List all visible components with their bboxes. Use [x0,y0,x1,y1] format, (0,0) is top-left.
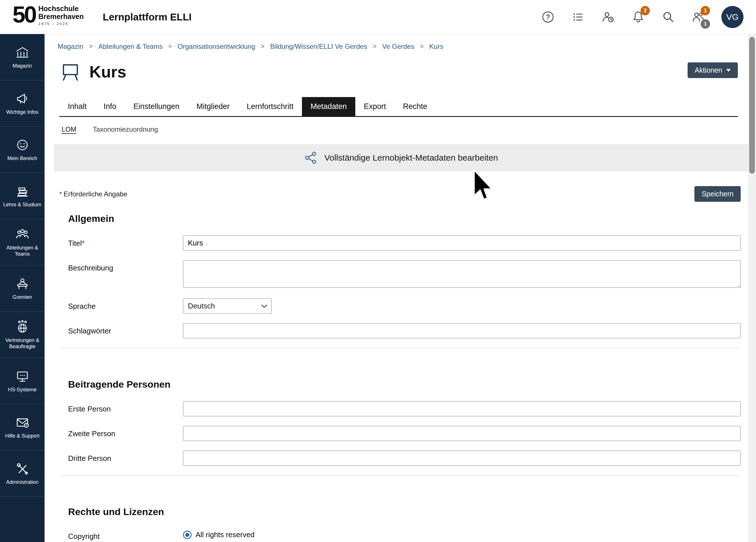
sidebar-item-label: HS-Systeme [7,386,38,393]
breadcrumb-item[interactable]: Bildung/Wissen/ELLI Ve Gerdes [270,43,367,51]
breadcrumb-separator: > [168,43,172,50]
required-note-text: Erforderliche Angabe [64,190,127,198]
scrollbar-thumb[interactable] [749,37,755,174]
notifications-badge: 2 [641,6,650,15]
copyright-radio-row: All rights reserved [183,529,741,539]
course-board-icon [59,61,81,83]
sidebar-item-mein-bereich[interactable]: Mein Bereich [0,127,45,173]
breadcrumb-item[interactable]: Ve Gerdes [382,43,414,51]
breadcrumb-item[interactable]: Kurs [429,43,443,51]
breadcrumb-separator: > [420,43,424,50]
sidebar-item-label: Wichtige Infos [5,109,40,115]
main-content: Magazin > Abteilungen & Teams > Organisa… [45,34,748,542]
sidebar-item-hs-systeme[interactable]: HS-Systeme [0,358,45,404]
actions-button[interactable]: Aktionen [688,62,738,78]
dritte-person-label: Dritte Person [68,451,183,463]
hochschule-bremerhaven-logo[interactable]: 50 Hochschule Bremerhaven 1975 – 2025 [12,3,84,26]
copyright-label: Copyright [68,529,183,541]
erste-person-input[interactable] [183,401,741,416]
sidebar-item-label: Vertretungen & Beauftragte [0,337,45,350]
svg-text:?: ? [25,424,27,427]
sidebar-item-label: Mein Bereich [6,155,39,162]
page-title: Kurs [89,62,126,81]
mail-icon: ? [15,415,30,430]
tab-inhalt[interactable]: Inhalt [59,97,95,116]
form-row-zweite-person: Zweite Person [68,426,748,441]
screen: 50 Hochschule Bremerhaven 1975 – 2025 Le… [0,0,756,542]
breadcrumb-item[interactable]: Abteilungen & Teams [98,43,163,51]
required-note: *Erforderliche Angabe [59,190,127,198]
section-divider [59,475,741,476]
user-clock-icon[interactable] [601,10,615,24]
dritte-person-input[interactable] [183,451,741,466]
tab-lernfortschritt[interactable]: Lernfortschritt [238,97,302,116]
scrollbar-track[interactable] [748,34,756,542]
tab-info[interactable]: Info [95,97,125,116]
help-icon[interactable]: ? [541,10,555,24]
section-divider [59,348,741,348]
breadcrumb-separator: > [373,43,377,50]
globe-icon [15,320,30,334]
breadcrumb-item[interactable]: Magazin [58,43,83,51]
save-button[interactable]: Speichern [694,186,741,202]
sprache-label: Sprache [68,299,183,311]
form-row-titel: Titel* [68,236,748,251]
sidebar-item-hilfe-support[interactable]: ? Hilfe & Support [0,404,45,450]
menu-list-icon[interactable] [571,10,585,24]
sidebar-item-magazin[interactable]: Magazin [0,34,45,80]
sidebar: Magazin Wichtige Infos Me [0,34,45,542]
tab-einstellungen[interactable]: Einstellungen [125,97,188,116]
logo-50-mark: 50 [12,3,35,26]
required-asterisk: * [59,190,62,198]
sidebar-item-lehre-studium[interactable]: Lehre & Studium [0,173,45,219]
bell-icon[interactable]: 2 [631,10,645,24]
erste-person-label: Erste Person [68,401,183,413]
form-row-beschreibung: Beschreibung [68,260,748,289]
beschreibung-label: Beschreibung [68,260,183,272]
beschreibung-textarea[interactable] [183,260,741,288]
contacts-icon[interactable]: 1 1 [691,10,705,24]
tab-export[interactable]: Export [355,97,394,116]
zweite-person-label: Zweite Person [68,426,183,438]
sidebar-item-label: Administration [5,479,40,486]
search-icon[interactable] [661,10,675,24]
monitor-icon [15,369,30,384]
sidebar-item-gremien[interactable]: Gremien [0,265,45,312]
form-row-sprache: Sprache Deutsch [68,299,748,314]
breadcrumb-item[interactable]: Organisationsentwicklung [178,43,255,51]
sidebar-item-administration[interactable]: Administration [0,450,45,497]
app-title: Lernplattform ELLI [103,11,192,23]
tab-metadaten[interactable]: Metadaten [302,97,355,116]
actions-button-label: Aktionen [695,66,722,74]
avatar[interactable]: VG [721,6,744,28]
sidebar-item-label: Lehre & Studium [2,201,43,208]
committee-icon [15,276,30,291]
section-heading-allgemein: Allgemein [68,213,748,224]
titel-input[interactable] [183,236,741,251]
subtab-lom[interactable]: LOM [62,125,76,133]
titel-label: Titel* [68,236,183,248]
sprache-select[interactable]: Deutsch [183,299,272,314]
schlagwoerter-input[interactable] [183,323,741,338]
contacts-total-badge: 1 [701,19,710,29]
sidebar-item-wichtige-infos[interactable]: Wichtige Infos [0,80,45,127]
zweite-person-input[interactable] [183,426,741,441]
form-row-erste-person: Erste Person [68,401,748,416]
section-heading-rechte: Rechte und Lizenzen [68,506,748,517]
logo-name-line2: Bremerhaven [38,12,84,20]
breadcrumb-separator: > [89,43,93,50]
chevron-down-icon [726,69,731,72]
sidebar-item-vertretungen-beauftragte[interactable]: Vertretungen & Beauftragte [0,312,45,358]
copyright-radio[interactable] [183,531,192,539]
sidebar-item-abteilungen-teams[interactable]: Abteilungen & Teams [0,219,45,265]
sidebar-item-label: Gremien [11,294,33,301]
titel-label-text: Titel [68,239,82,247]
subtab-taxonomiezuordnung[interactable]: Taxonomiezuordnung [93,125,158,133]
tab-rechte[interactable]: Rechte [394,97,436,116]
metadata-banner-link[interactable]: Vollständige Lernobjekt-Metadaten bearbe… [54,144,748,171]
breadcrumb-separator: > [261,43,264,50]
sprache-select-value: Deutsch [188,302,215,310]
form-row-dritte-person: Dritte Person [68,451,748,466]
tab-mitglieder[interactable]: Mitglieder [188,97,238,116]
copyright-radio-label: All rights reserved [196,530,255,539]
